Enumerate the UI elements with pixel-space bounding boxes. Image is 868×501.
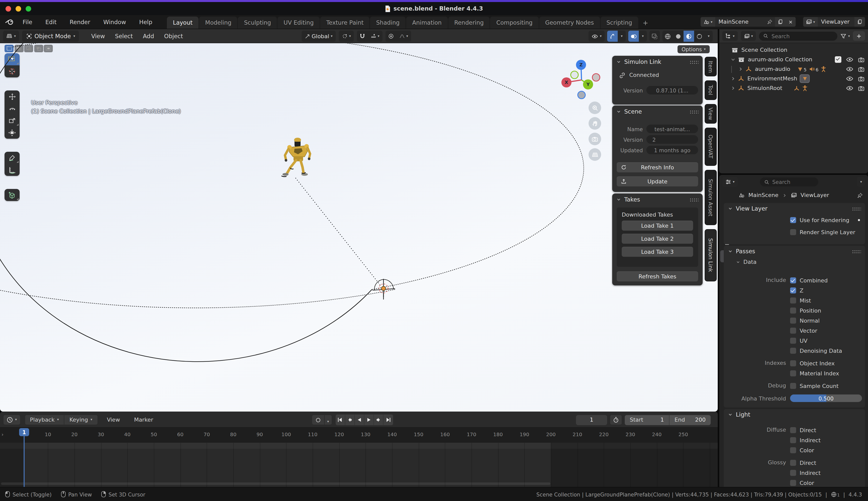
- visibility-dropdown[interactable]: ▾: [589, 31, 605, 42]
- gizmo-settings-dropdown[interactable]: ▾: [618, 31, 626, 42]
- next-keyframe-button[interactable]: [374, 415, 383, 425]
- checkbox[interactable]: [790, 427, 796, 433]
- prev-keyframe-button[interactable]: [345, 415, 354, 425]
- checkbox[interactable]: [790, 383, 796, 389]
- keying-set-dropdown[interactable]: ▾: [325, 415, 331, 425]
- panel-title[interactable]: View Layer: [736, 205, 768, 212]
- checkbox[interactable]: [790, 217, 796, 223]
- checkbox-row[interactable]: Use for Rendering: [790, 214, 865, 226]
- proportional-falloff-dropdown[interactable]: ▾: [396, 31, 411, 42]
- checkbox[interactable]: [790, 308, 796, 313]
- sidebar-tab-simulon-asset[interactable]: Simulon Asset: [705, 170, 717, 225]
- checkbox[interactable]: [790, 460, 796, 466]
- shading-solid-button[interactable]: [673, 31, 684, 42]
- timeline-tracks[interactable]: [0, 443, 718, 487]
- panel-grip[interactable]: [852, 207, 861, 210]
- pass-row[interactable]: Color: [790, 478, 865, 488]
- playhead-line[interactable]: [24, 436, 25, 487]
- outliner-row-scene-collection[interactable]: Scene Collection: [719, 45, 868, 55]
- workspace-tab-modeling[interactable]: Modeling: [199, 17, 237, 29]
- outliner-row-environmentmesh[interactable]: EnvironmentMesh: [719, 74, 868, 83]
- workspace-tab-animation[interactable]: Animation: [406, 17, 447, 29]
- outliner-filter-button[interactable]: ▾: [840, 33, 850, 39]
- disable-render-camera-icon[interactable]: [858, 85, 865, 92]
- show-overlays-toggle[interactable]: [628, 31, 639, 42]
- checkbox[interactable]: [790, 287, 796, 294]
- axis-x-handle[interactable]: X: [561, 77, 571, 87]
- subpanel-title[interactable]: Data: [743, 258, 757, 265]
- pass-row[interactable]: Position: [790, 306, 865, 316]
- checkbox[interactable]: [790, 298, 796, 303]
- mode-selector[interactable]: Object Mode ▾: [22, 30, 79, 41]
- breadcrumb-scene[interactable]: MainScene: [748, 192, 779, 199]
- end-frame-field[interactable]: End200: [669, 415, 711, 425]
- menu-help[interactable]: Help: [133, 15, 159, 29]
- collapse-chevron-icon[interactable]: [736, 259, 740, 264]
- pass-row[interactable]: Denoising Data: [790, 346, 865, 356]
- workspace-tab-texture-paint[interactable]: Texture Paint: [320, 17, 369, 29]
- playhead-badge[interactable]: 1: [19, 428, 29, 436]
- playback-menu[interactable]: Playback▾: [25, 416, 64, 423]
- proportional-edit-toggle[interactable]: [385, 31, 396, 42]
- checkbox[interactable]: [790, 318, 796, 323]
- timeline-ruler[interactable]: › 10203040506070809010011012013014015016…: [0, 428, 718, 443]
- alpha-threshold-slider[interactable]: 0.500: [790, 394, 862, 402]
- pass-row[interactable]: Indirect: [790, 468, 865, 478]
- checkbox[interactable]: [790, 480, 796, 486]
- refresh-takes-button[interactable]: Refresh Takes: [617, 271, 698, 281]
- collapse-chevron-icon[interactable]: [728, 412, 733, 417]
- expand-chevron-icon[interactable]: [730, 76, 736, 82]
- keying-menu[interactable]: Keying▾: [64, 416, 97, 423]
- selected-mesh-badge[interactable]: [800, 74, 810, 83]
- pass-row[interactable]: Indirect: [790, 435, 865, 445]
- pass-row[interactable]: UV: [790, 336, 865, 346]
- panel-title[interactable]: Takes: [624, 196, 640, 203]
- workspace-tab-uv-editing[interactable]: UV Editing: [277, 17, 320, 29]
- expand-chevron-icon[interactable]: [738, 66, 743, 72]
- checkbox[interactable]: [790, 360, 796, 366]
- outliner-display-mode-dropdown[interactable]: ▾: [722, 31, 738, 41]
- snap-settings-dropdown[interactable]: ▾: [368, 31, 382, 42]
- panel-title[interactable]: Light: [736, 411, 750, 418]
- outliner-row-aurum-audio[interactable]: aurum-audio 5 6: [719, 64, 868, 74]
- checkbox[interactable]: [790, 348, 796, 354]
- play-button[interactable]: [364, 415, 374, 425]
- collapse-chevron-icon[interactable]: [616, 59, 621, 64]
- checkbox-row[interactable]: Render Single Layer: [790, 226, 865, 238]
- panel-title[interactable]: Scene: [624, 108, 642, 115]
- update-button[interactable]: Update: [617, 177, 698, 186]
- panel-grip[interactable]: [852, 249, 861, 253]
- menu-view[interactable]: View: [86, 32, 110, 40]
- menu-edit[interactable]: Edit: [39, 15, 63, 29]
- menu-file[interactable]: File: [16, 15, 39, 29]
- checkbox[interactable]: [790, 470, 796, 476]
- auto-keying-toggle[interactable]: [312, 417, 324, 423]
- sidebar-tab-openvat[interactable]: OpenVAT: [705, 128, 717, 166]
- camera-view-button[interactable]: [589, 133, 601, 145]
- breadcrumb-view-layer[interactable]: ViewLayer: [801, 192, 829, 199]
- collapse-chevron-icon[interactable]: [616, 197, 621, 202]
- zoom-view-button[interactable]: [589, 102, 601, 114]
- perspective-toggle-button[interactable]: [589, 148, 601, 161]
- new-view-layer-button[interactable]: [855, 17, 865, 26]
- pass-row[interactable]: Color: [790, 445, 865, 455]
- outliner-row-simulonroot[interactable]: SimulonRoot: [719, 83, 868, 93]
- outliner-row-aurum-audio-collection[interactable]: aurum-audio Collection: [719, 55, 868, 64]
- use-preview-range-toggle[interactable]: [610, 415, 622, 425]
- pin-icon[interactable]: [767, 19, 773, 25]
- shading-settings-dropdown[interactable]: ▾: [705, 31, 713, 42]
- workspace-tab-shading[interactable]: Shading: [370, 17, 405, 29]
- collapse-chevron-icon[interactable]: [616, 109, 621, 114]
- menu-select[interactable]: Select: [110, 32, 138, 40]
- workspace-tab-geometry-nodes[interactable]: Geometry Nodes: [539, 17, 600, 29]
- hide-eye-icon[interactable]: [846, 65, 854, 73]
- play-reverse-button[interactable]: [354, 415, 364, 425]
- pass-row[interactable]: Sample Count: [790, 381, 865, 391]
- hide-eye-icon[interactable]: [846, 75, 854, 83]
- shading-wireframe-button[interactable]: [663, 31, 673, 42]
- expand-panel-arrow[interactable]: ›: [1, 431, 3, 437]
- transform-orientation-dropdown[interactable]: Global ▾: [301, 31, 336, 42]
- workspace-tab-rendering[interactable]: Rendering: [448, 17, 489, 29]
- timeline-marker-menu[interactable]: Marker: [129, 416, 158, 423]
- scene-name-value[interactable]: test-animat...: [646, 125, 698, 133]
